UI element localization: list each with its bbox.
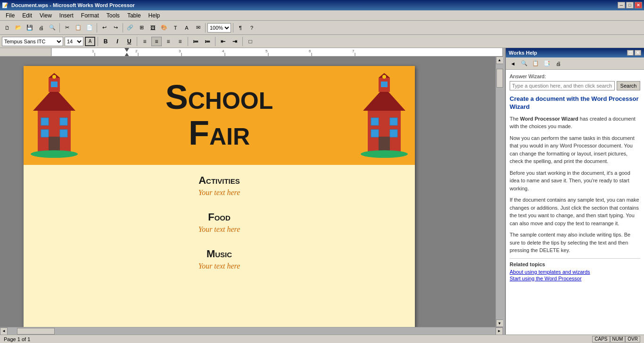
font-color-button[interactable]: A [85,37,95,46]
borders-button[interactable]: □ [245,37,256,46]
bullets-button[interactable]: ≔ [190,37,201,46]
help-related-topics: Related topics About using templates and… [510,258,640,281]
textbox-button[interactable]: T [170,23,181,33]
close-button[interactable]: ✕ [635,2,642,8]
ruler: 1 2 3 4 5 6 7 [0,48,503,57]
help-index-button[interactable]: 📋 [530,59,541,68]
section-title-music: Music [42,248,396,260]
undo-button[interactable]: ↩ [99,23,109,33]
font-size-select[interactable]: 14 [65,37,83,46]
help-body: Answer Wizard: Search Create a document … [506,70,644,335]
open-button[interactable]: 📂 [13,23,24,33]
section-placeholder-music[interactable]: Your text here [42,262,396,270]
print-preview-button[interactable]: 🔍 [47,23,58,33]
title-bar: 📝 Document.wps - Microsoft Works Word Pr… [0,0,644,10]
svg-rect-37 [390,118,397,125]
scroll-right-button[interactable]: ► [495,327,503,335]
menu-insert[interactable]: Insert [56,11,77,20]
zoom-select[interactable]: 100% 75% 125% [207,23,231,33]
scroll-left-button[interactable]: ◄ [0,327,8,335]
help-button[interactable]: ? [247,23,257,33]
menu-edit[interactable]: Edit [18,11,36,20]
scroll-down-button[interactable]: ▼ [496,319,504,327]
menu-tools[interactable]: Tools [103,11,124,20]
help-search-icon-btn[interactable]: 🔍 [519,59,529,68]
sep-fmt1 [98,37,98,46]
standard-toolbar: 🗋 📂 💾 🖨 🔍 ✂ 📋 📄 ↩ ↪ 🔗 ⊞ 🖼 🎨 T A ✉ 100% 7… [0,21,644,35]
cut-button[interactable]: ✂ [62,23,72,33]
new-button[interactable]: 🗋 [2,23,12,33]
menu-format[interactable]: Format [77,11,103,20]
scroll-thumb-v[interactable] [496,69,503,88]
help-close-button[interactable]: ✕ [635,50,641,56]
align-center-button[interactable]: ≡ [151,37,162,46]
underline-button[interactable]: U [124,37,134,46]
font-select[interactable]: Tempus Sans ITC [2,37,63,46]
school-icon-left [31,73,78,158]
bold-button[interactable]: B [100,37,111,46]
paste-button[interactable]: 📄 [84,23,95,33]
align-left-button[interactable]: ≡ [140,37,150,46]
svg-point-30 [31,150,78,158]
copy-button[interactable]: 📋 [73,23,83,33]
help-heading: Create a document with the Word Processo… [510,95,640,111]
svg-rect-25 [41,130,49,137]
save-button[interactable]: 💾 [25,23,35,33]
document-content-sections: Activities Your text here Food Your text… [24,165,415,327]
redo-button[interactable]: ↪ [110,23,121,33]
menu-view[interactable]: View [36,11,56,20]
sep-fmt3 [188,37,188,46]
envelope-button[interactable]: ✉ [193,23,203,33]
wordart-button[interactable]: A [182,23,192,33]
minimize-button[interactable]: ─ [618,2,625,8]
help-undock-button[interactable]: ◫ [627,50,634,56]
help-search-button[interactable]: Search [617,81,640,90]
sep-fmt5 [242,37,243,46]
indent-increase-button[interactable]: ⇥ [230,37,240,46]
indent-decrease-button[interactable]: ⇤ [218,37,228,46]
help-link-start[interactable]: Start using the Word Processor [510,276,640,281]
num-indicator: NUM [610,336,626,343]
svg-text:4: 4 [222,49,224,53]
document-area: 1 2 3 4 5 6 7 [0,48,503,335]
app-icon: 📝 [2,2,8,8]
help-wizard-label: Answer Wizard: [510,74,640,79]
scroll-track-h [8,327,495,335]
menu-file[interactable]: File [2,11,18,20]
help-print-button[interactable]: 🖨 [553,59,563,68]
print-button[interactable]: 🖨 [36,23,46,33]
numbering-button[interactable]: ≔ [202,37,213,46]
menu-bar: File Edit View Insert Format Tools Table… [0,10,644,21]
section-placeholder-food[interactable]: Your text here [42,225,396,234]
section-activities: Activities Your text here [42,174,396,197]
svg-rect-24 [41,118,49,125]
banner-title: School Fair [78,80,361,151]
help-link-templates[interactable]: About using templates and wizards [510,269,640,275]
ruler-inner: 1 2 3 4 5 6 7 [51,48,503,57]
help-toolbar: ◄ 🔍 📋 📑 🖨 [506,57,644,70]
justify-button[interactable]: ≡ [175,37,185,46]
horizontal-scrollbar: ◄ ► [0,327,503,335]
section-music: Music Your text here [42,248,396,270]
align-right-button[interactable]: ≡ [163,37,173,46]
italic-button[interactable]: I [112,37,123,46]
maximize-button[interactable]: □ [626,2,634,8]
show-formatting-button[interactable]: ¶ [235,23,246,33]
menu-table[interactable]: Table [124,11,145,20]
status-right: CAPS NUM OVR [592,336,640,343]
hyperlink-button[interactable]: 🔗 [125,23,135,33]
help-search-input[interactable] [510,81,615,90]
help-toc-button[interactable]: 📑 [542,59,552,68]
document-page: School Fair [24,66,415,327]
help-para-0: The Word Processor Wizard has created a … [510,115,640,131]
document-content: School Fair [0,57,495,327]
menu-help[interactable]: Help [145,11,164,20]
table-button[interactable]: ⊞ [136,23,147,33]
help-back-button[interactable]: ◄ [508,59,518,68]
picture-button[interactable]: 🖼 [148,23,158,33]
document-scroll-area: School Fair [0,57,503,327]
scroll-up-button[interactable]: ▲ [496,57,504,64]
clipart-button[interactable]: 🎨 [159,23,169,33]
section-placeholder-activities[interactable]: Your text here [42,188,396,197]
scroll-thumb-h[interactable] [17,328,55,335]
